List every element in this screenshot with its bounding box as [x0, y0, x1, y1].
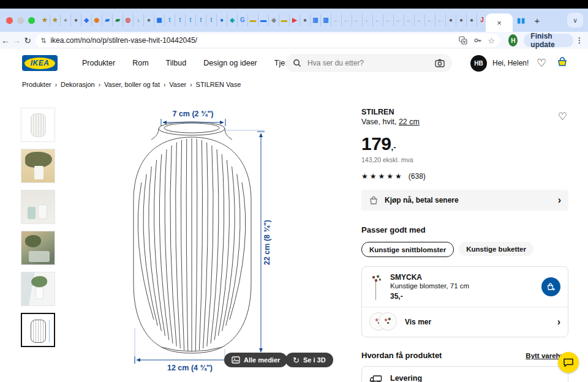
pinned-tab[interactable]: ▥ [321, 14, 331, 26]
active-tab[interactable]: × [486, 13, 513, 32]
pinned-tab[interactable]: ← [435, 14, 446, 26]
window-maximize-button[interactable] [28, 17, 35, 24]
account-area[interactable]: HB Hei, Helen! [470, 49, 529, 77]
pinned-tab[interactable]: ← [404, 14, 415, 26]
pinned-tab[interactable]: ● [300, 14, 311, 26]
pinned-tab[interactable]: ★ [50, 14, 61, 26]
pinned-tab[interactable]: t [165, 14, 175, 26]
size-link[interactable]: 22 cm [399, 118, 420, 126]
pinned-tab[interactable]: ▬ [248, 14, 258, 26]
pinned-tab[interactable]: ◆ [81, 14, 92, 26]
pinned-tab[interactable]: ↓ [134, 14, 144, 26]
pinned-tab[interactable]: ◈ [269, 14, 279, 26]
pinned-tab[interactable]: ← [394, 14, 404, 26]
pinned-tab[interactable]: ▬ [279, 14, 290, 26]
breadcrumb-produkter[interactable]: Produkter [22, 81, 51, 88]
pinned-tab[interactable]: t [175, 14, 186, 26]
thumbnail-living-room-scene[interactable] [21, 231, 55, 265]
pinned-tab[interactable]: ● [217, 14, 227, 26]
pinned-tab[interactable]: ◎ [123, 14, 134, 26]
tag-kunstige-buketter[interactable]: Kunstige buketter [459, 242, 533, 256]
browser-menu-icon[interactable]: ⋮ [576, 36, 583, 45]
all-media-button[interactable]: Alle medier [224, 353, 287, 367]
product-dimensions-image[interactable]: 7 cm (2 ¾") 22 cm (8 ¾") 12 cm (4 ¾") [103, 103, 336, 375]
pinned-tab[interactable]: ● [61, 14, 71, 26]
nav-design-og-ideer[interactable]: Design og ideer [203, 59, 257, 67]
nav-tilbud[interactable]: Tilbud [166, 59, 187, 67]
finish-update-button[interactable]: Finish update [524, 34, 573, 47]
buy-now-pay-later-banner[interactable]: Kjøp nå, betal senere › [361, 190, 568, 211]
show-more-row[interactable]: Vis mer › [362, 307, 568, 337]
translate-icon[interactable] [459, 36, 467, 45]
tab-search-chevron-icon[interactable]: ∨ [567, 13, 583, 28]
pinned-tab[interactable]: ● [71, 14, 81, 26]
pinned-tab[interactable]: ◆ [227, 14, 238, 26]
thumbnail-window-plant-scene[interactable] [21, 272, 55, 306]
view-3d-button[interactable]: ↻ Se i 3D [285, 353, 333, 367]
pinned-tab[interactable]: ▶ [290, 14, 300, 26]
search-bar[interactable] [285, 54, 452, 72]
add-to-cart-button[interactable] [541, 277, 560, 296]
bookmark-star-icon[interactable]: ☆ [488, 36, 496, 45]
addon-name[interactable]: SMYCKA [390, 273, 534, 282]
pinned-tab[interactable]: ← [352, 14, 363, 26]
breadcrumb-dekorasjon[interactable]: Dekorasjon [61, 81, 95, 88]
nav-produkter[interactable]: Produkter [82, 59, 115, 67]
rating-count[interactable]: (638) [409, 172, 426, 181]
thumbnail-styled-photo-beige-foliage[interactable] [21, 149, 55, 183]
pinned-tab[interactable]: ← [415, 14, 425, 26]
pinned-tab[interactable]: ← [373, 14, 383, 26]
delivery-row[interactable]: Levering Tilgjengelig Sjekker tilgjengel… [369, 367, 560, 382]
breadcrumb-vaser[interactable]: Vaser [169, 81, 186, 88]
forward-button[interactable]: → [11, 36, 22, 45]
pinned-tab[interactable]: t [186, 14, 196, 26]
favorite-heart-icon[interactable]: ♡ [558, 110, 567, 123]
pinned-tab[interactable]: ▦ [154, 14, 165, 26]
site-settings-icon[interactable]: ⇅ [40, 37, 46, 45]
pinned-tab[interactable]: J [477, 14, 486, 26]
close-tab-icon[interactable]: × [497, 18, 502, 28]
reload-button[interactable]: ↻ [22, 36, 33, 45]
pinned-tab[interactable]: ▰ [113, 14, 123, 26]
pinned-tab[interactable]: ← [331, 14, 342, 26]
pinned-tab[interactable]: ● [446, 14, 456, 26]
wishlist-heart-icon[interactable]: ♡ [537, 56, 546, 70]
camera-icon[interactable] [435, 59, 445, 67]
pinned-tab[interactable]: ● [456, 14, 467, 26]
pinned-tab[interactable]: ● [144, 14, 154, 26]
address-bar[interactable]: ⇅ ikea.com/no/no/p/stilren-vase-hvit-104… [36, 34, 500, 47]
url-text[interactable]: ikea.com/no/no/p/stilren-vase-hvit-10442… [50, 36, 452, 45]
thumbnail-product-photo-white-vase[interactable] [21, 108, 55, 142]
account-greeting[interactable]: Hei, Helen! [492, 59, 529, 67]
back-button[interactable]: ← [0, 36, 11, 45]
rating-row[interactable]: ★★★★★ (638) [361, 172, 568, 181]
nav-rom[interactable]: Rom [132, 59, 148, 67]
chat-button[interactable] [558, 352, 579, 373]
account-avatar[interactable]: HB [470, 55, 487, 72]
pinned-tab[interactable]: ◉ [92, 14, 102, 26]
pinned-tab[interactable]: ● [467, 14, 477, 26]
new-tab-button[interactable]: + [530, 13, 545, 28]
window-close-button[interactable] [6, 17, 13, 24]
addon-product-row[interactable]: SMYCKA Kunstige blomster, 71 cm 35,- [362, 267, 568, 307]
pinned-tab[interactable]: ▰ [102, 14, 113, 26]
cart-bag-icon[interactable] [556, 56, 568, 70]
pinned-tab[interactable]: ▥ [311, 14, 321, 26]
pinned-tab[interactable]: t [206, 14, 217, 26]
thumbnail-dimensions-drawing[interactable] [21, 313, 55, 347]
tag-kunstige-snittblomster[interactable]: Kunstige snittblomster [361, 242, 454, 257]
search-input[interactable] [306, 58, 435, 68]
pinned-tab[interactable]: ← [363, 14, 373, 26]
ikea-logo[interactable]: IKEA [22, 55, 58, 71]
browser-profile-avatar[interactable]: H [508, 34, 518, 47]
pinned-tab[interactable]: ▬ [258, 14, 269, 26]
thumbnail-two-vases-grasses[interactable] [21, 190, 55, 224]
pinned-tab[interactable]: G [238, 14, 248, 26]
pinned-tab[interactable]: ← [383, 14, 394, 26]
window-minimize-button[interactable] [17, 17, 24, 24]
pinned-tab[interactable]: ← [342, 14, 352, 26]
pinned-tab[interactable]: ★ [40, 14, 50, 26]
breadcrumb-vaser-boller-og-fat[interactable]: Vaser, boller og fat [104, 81, 160, 88]
pinned-tab[interactable]: t [196, 14, 206, 26]
pinned-tab-last[interactable]: ▮▮ [513, 13, 530, 27]
